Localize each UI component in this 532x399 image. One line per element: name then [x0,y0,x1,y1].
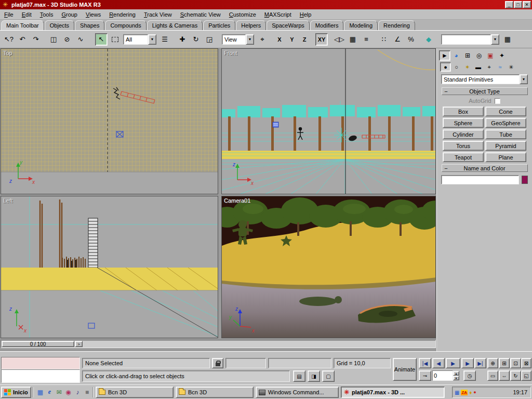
create-tab-icon[interactable]: ► [439,50,450,61]
motion-tab-icon[interactable]: ◎ [473,50,485,61]
object-name-field[interactable] [441,175,519,184]
mirror-icon[interactable]: ◁▷ [333,33,345,46]
percent-snap-icon[interactable]: % [405,33,417,46]
chevron-down-icon[interactable]: ▼ [246,34,254,45]
sphere-button[interactable]: Sphere [443,118,484,128]
snap-toggle-icon[interactable]: ∷ [378,33,390,46]
select-object-icon[interactable]: ↖ [95,33,108,46]
geosphere-button[interactable]: GeoSphere [485,118,526,128]
macro-recorder-input[interactable] [1,357,80,369]
degradation-override-icon[interactable]: ▤ [293,370,305,382]
plane-button[interactable]: Plane [485,152,526,162]
select-rotate-icon[interactable]: ↻ [190,33,202,46]
quicklaunch-ie-icon[interactable]: e [45,388,54,396]
sand-plane-wireframe[interactable] [1,49,218,172]
spacewarps-category-icon[interactable]: ≈ [495,62,506,72]
chevron-down-icon[interactable]: ▼ [520,74,528,84]
tray-icon-1[interactable]: ▦ [455,390,459,395]
quicklaunch-icon-1[interactable]: ▦ [36,388,45,396]
select-and-link-icon[interactable]: ◫ [47,33,60,46]
name-color-rollout-header[interactable]: − Name and Color [442,164,528,172]
cone-button[interactable]: Cone [485,107,526,116]
menu-customize[interactable]: Customize [225,10,260,19]
quicklaunch-icon-6[interactable]: ■ [83,388,91,396]
task-platja07-max[interactable]: ✳ platja07.max - 3D ... [341,387,445,398]
viewport-top-label[interactable]: Top [3,50,12,56]
menu-rendering[interactable]: Rendering [105,10,140,19]
tab-modifiers[interactable]: Modifiers [310,20,344,30]
tab-shapes[interactable]: Shapes [75,20,104,30]
selection-filter-combo[interactable]: All ▼ [123,34,156,45]
selection-lock-toggle[interactable] [212,358,223,368]
helpers-category-icon[interactable]: ⌖ [484,62,495,72]
tube-button[interactable]: Tube [485,129,526,139]
restrict-x-button[interactable]: X [274,33,285,46]
transform-typein-icon[interactable]: ◨ [308,370,320,382]
previous-frame-icon[interactable]: ◀ [432,358,445,368]
named-selection-combo[interactable]: ▼ [441,34,499,45]
restrict-y-button[interactable]: Y [286,33,298,46]
start-button[interactable]: Inicio [1,387,31,398]
menu-help[interactable]: Help [296,10,316,19]
tab-objects[interactable]: Objects [45,20,74,30]
geometry-category-icon[interactable]: ● [440,62,451,72]
next-frame-arrow-icon[interactable]: > [75,341,83,347]
time-slider-track[interactable]: 0 / 100 > [1,340,436,348]
box-object-front[interactable] [273,122,278,127]
minimize-button[interactable]: _ [505,1,513,8]
app-icon[interactable]: ✳ [1,1,9,8]
restrict-xy-plane-button[interactable]: XY [315,33,328,46]
zoom-icon[interactable]: ⊕ [487,358,498,368]
hierarchy-tab-icon[interactable]: ⊞ [462,50,473,61]
menu-group[interactable]: Group [57,10,82,19]
tab-spacewarps[interactable]: SpaceWarps [267,20,310,30]
tab-lights-cameras[interactable]: Lights & Cameras [147,20,203,30]
systems-category-icon[interactable]: ✳ [506,62,516,72]
play-animation-icon[interactable]: ▶ [446,358,460,368]
region-zoom-icon[interactable]: ▭ [487,370,498,381]
tab-helpers[interactable]: Helpers [236,20,266,30]
min-max-toggle-icon[interactable]: ◱ [521,370,531,381]
object-color-swatch[interactable] [522,176,528,184]
autogrid-checkbox[interactable] [495,98,500,104]
task-bcn3d-1[interactable]: Bcn 3D [96,387,174,398]
menu-file[interactable]: File [0,10,18,19]
menu-edit[interactable]: Edit [18,10,36,19]
tab-rendering[interactable]: Rendering [378,20,415,30]
context-help-icon[interactable]: ↖? [3,33,15,46]
quicklaunch-mail-icon[interactable]: ✉ [55,388,63,396]
viewport-front[interactable]: Front [221,48,436,194]
spinner-up-icon[interactable]: ▴ [453,371,459,376]
zoom-all-icon[interactable]: ⊞ [499,358,510,368]
time-slider-handle[interactable]: 0 / 100 [2,341,74,347]
subcategory-dropdown[interactable]: Standard Primitives ▼ [441,74,528,84]
tab-modeling[interactable]: Modeling [344,20,378,30]
zoom-extents-all-icon[interactable]: ⊠ [521,358,531,368]
menu-track-view[interactable]: Track View [140,10,176,19]
modify-tab-icon[interactable]: ◕ [450,50,462,61]
viewport-front-label[interactable]: Front [224,50,237,56]
tray-icon-3[interactable]: ♦ [469,390,472,395]
viewport-top[interactable]: Top [1,48,218,194]
tray-icon-4[interactable]: ● [473,390,476,395]
close-button[interactable]: ✕ [523,1,531,8]
maximize-button[interactable]: □ [514,1,522,8]
restrict-z-button[interactable]: Z [299,33,310,46]
select-move-icon[interactable]: ✚ [176,33,189,46]
cameras-category-icon[interactable]: ▬ [473,62,484,72]
bind-to-spacewarp-icon[interactable]: ∿ [74,33,87,46]
next-frame-icon[interactable]: ▶ [461,358,474,368]
tab-main-toolbar[interactable]: Main Toolbar [1,20,44,30]
time-configuration-icon[interactable]: ◷ [463,370,476,381]
tower-object-left[interactable] [88,218,98,268]
use-pivot-point-icon[interactable]: ⌖ [256,33,269,46]
spinner-snap-icon[interactable]: ◆ [422,33,435,46]
chevron-down-icon[interactable]: ▼ [148,34,156,45]
task-windows-command[interactable]: Windows Command... [256,387,339,398]
align-icon[interactable]: ≡ [360,33,373,46]
spinner-down-icon[interactable]: ▾ [453,376,459,380]
viewport-dialog-icon[interactable]: ▢ [322,370,335,382]
viewport-camera-label[interactable]: Camera01 [224,197,250,204]
go-to-start-icon[interactable]: |◀ [419,358,431,368]
selection-region-icon[interactable] [109,33,121,46]
